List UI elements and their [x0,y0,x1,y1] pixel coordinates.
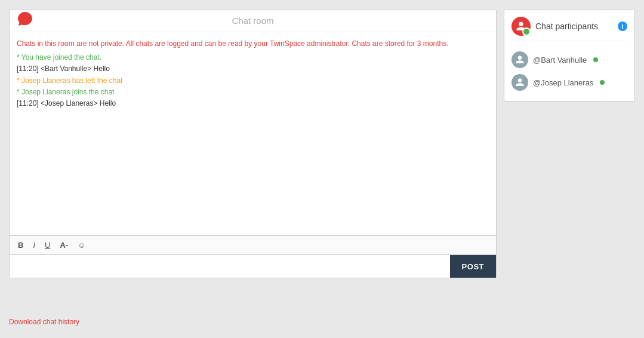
msg-3: * Josep Llaneras joins the chat [17,87,489,98]
chat-input[interactable] [10,255,450,278]
chat-toolbar: B I U A- ☺ [10,235,496,254]
participant-avatar-1 [511,74,528,91]
participants-icon [511,17,531,36]
chat-input-row: POST [10,254,496,278]
color-button[interactable]: A- [57,239,70,251]
post-button[interactable]: POST [450,255,496,278]
participant-item-1: @Josep Llaneras [511,71,627,94]
download-section: Download chat history [9,313,79,326]
italic-button[interactable]: I [30,239,38,251]
chat-logo-icon [17,11,33,31]
msg-1: [11:20] <Bart Vanhulle> Hello [17,63,489,75]
main-layout: Chat room Chats in this room are not pri… [9,9,635,278]
participant-online-dot-1 [600,80,605,85]
participant-name-1: @Josep Llaneras [533,78,593,87]
participant-online-dot-0 [593,57,598,62]
download-chat-history-link[interactable]: Download chat history [9,318,79,326]
participant-name-0: @Bart Vanhulle [533,56,587,64]
participants-panel: Chat participants i @Bart Vanhulle [504,9,635,102]
warning-message: Chats in this room are not private. All … [17,38,489,50]
participants-header: Chat participants i [511,17,627,41]
msg-4: [11:20] <Josep Llaneras> Hello [17,98,489,109]
participants-title: Chat participants [535,21,613,31]
participant-avatar-0 [511,51,528,68]
chat-panel: Chat room Chats in this room are not pri… [9,9,497,278]
chat-messages-area: Chats in this room are not private. All … [10,32,496,235]
info-icon[interactable]: i [618,21,627,31]
right-column: Chat participants i @Bart Vanhulle [504,9,635,278]
chat-title: Chat room [232,16,273,26]
bold-button[interactable]: B [16,239,26,251]
emoji-button[interactable]: ☺ [75,239,88,251]
msg-joined: * You have joined the chat. [17,52,489,63]
underline-button[interactable]: U [42,239,53,251]
participant-item-0: @Bart Vanhulle [511,48,627,71]
msg-2: * Josep Llaneras has left the chat [17,75,489,87]
chat-header: Chat room [10,10,496,32]
